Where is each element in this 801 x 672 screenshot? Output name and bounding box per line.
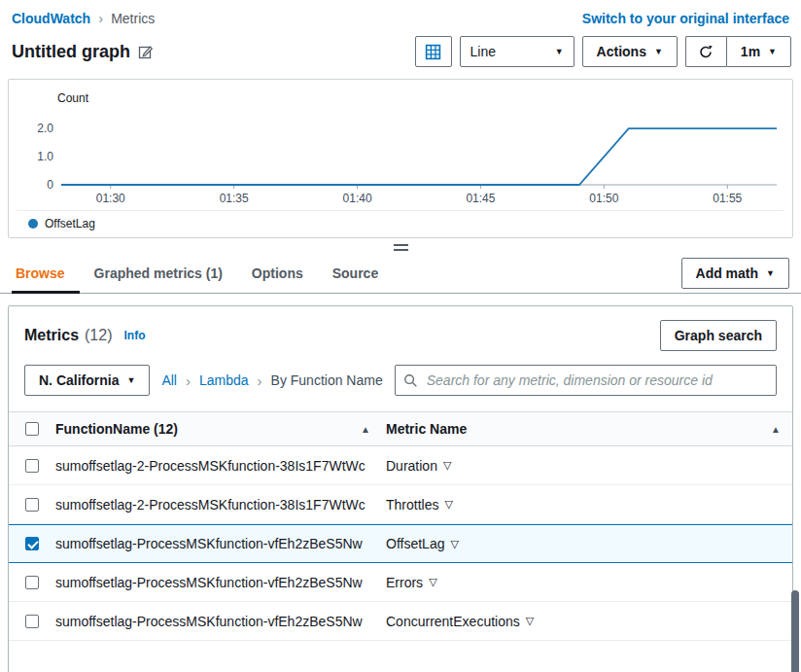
edit-title-icon[interactable]: [138, 44, 154, 59]
tabs-bar: Browse Graphed metrics (1) Options Sourc…: [0, 253, 801, 294]
actions-button[interactable]: Actions ▼: [582, 36, 678, 67]
refresh-interval-value: 1m: [741, 44, 760, 59]
row-checkbox[interactable]: [25, 615, 39, 628]
add-math-button[interactable]: Add math ▼: [681, 258, 789, 289]
metric-name-cell: Throttles: [386, 497, 438, 513]
column-function-name[interactable]: FunctionName (12): [55, 421, 178, 437]
region-select[interactable]: N. California ▼: [24, 365, 150, 396]
tab-browse[interactable]: Browse: [12, 253, 80, 294]
actions-label: Actions: [597, 44, 646, 59]
metrics-count: (12): [85, 327, 112, 344]
metric-filter-icon[interactable]: ▽: [443, 459, 451, 472]
svg-text:01:55: 01:55: [713, 192, 742, 205]
column-metric-name[interactable]: Metric Name: [386, 421, 467, 437]
sort-ascending-icon[interactable]: ▲: [771, 424, 781, 435]
graph-toolbar: Line ▼ Actions ▼ 1m ▼: [415, 36, 791, 67]
tab-source[interactable]: Source: [318, 253, 393, 294]
function-name-cell: sumoffsetlag-2-ProcessMSKfunction-38Is1F…: [55, 497, 366, 513]
row-checkbox[interactable]: [25, 576, 39, 589]
svg-text:01:45: 01:45: [466, 192, 495, 205]
legend-item-offsetlag[interactable]: OffsetLag: [17, 210, 784, 235]
breadcrumb-current-page: Metrics: [111, 11, 155, 26]
metric-filter-icon[interactable]: ▽: [450, 538, 458, 550]
svg-text:01:35: 01:35: [220, 192, 249, 205]
table-row[interactable]: sumoffsetlag-ProcessMSKfunction-vfEh2zBe…: [9, 563, 792, 602]
refresh-control: 1m ▼: [685, 36, 791, 67]
chevron-down-icon: ▼: [654, 47, 663, 56]
function-name-cell: sumoffsetlag-2-ProcessMSKfunction-38Is1F…: [55, 458, 366, 474]
refresh-button[interactable]: [685, 36, 726, 67]
table-row[interactable]: sumoffsetlag-2-ProcessMSKfunction-38Is1F…: [9, 446, 792, 485]
svg-text:2.0: 2.0: [37, 122, 53, 135]
search-input[interactable]: [425, 371, 768, 389]
metric-name-cell: Duration: [386, 458, 437, 474]
breadcrumb-separator: ›: [98, 10, 103, 26]
breadcrumb-cloudwatch-link[interactable]: CloudWatch: [12, 11, 90, 26]
metric-name-cell: Errors: [386, 575, 423, 590]
svg-text:01:50: 01:50: [589, 192, 618, 205]
refresh-icon: [698, 44, 714, 59]
metrics-filter-row: N. California ▼ All › Lambda › By Functi…: [24, 365, 777, 396]
breadcrumb-by-function-name: By Function Name: [271, 372, 383, 388]
search-icon: [403, 373, 418, 388]
metrics-header: Metrics (12) Info Graph search: [24, 320, 777, 351]
top-bar: CloudWatch › Metrics Switch to your orig…: [0, 0, 801, 26]
panel-divider: [0, 238, 801, 253]
function-name-cell: sumoffsetlag-ProcessMSKfunction-vfEh2zBe…: [55, 536, 363, 551]
svg-text:1.0: 1.0: [37, 150, 53, 163]
tab-graphed-metrics[interactable]: Graphed metrics (1): [80, 253, 237, 294]
function-name-cell: sumoffsetlag-ProcessMSKfunction-vfEh2zBe…: [55, 575, 363, 590]
function-name-cell: sumoffsetlag-ProcessMSKfunction-vfEh2zBe…: [55, 614, 363, 629]
breadcrumb-lambda-link[interactable]: Lambda: [199, 372, 249, 388]
chevron-down-icon: ▼: [768, 47, 777, 56]
legend-swatch: [28, 219, 38, 229]
chevron-down-icon: ▼: [766, 268, 775, 278]
table-row[interactable]: sumoffsetlag-ProcessMSKfunction-vfEh2zBe…: [9, 602, 792, 641]
info-link[interactable]: Info: [123, 329, 145, 342]
graph-header-row: Untitled graph Line ▼ Actions ▼: [0, 26, 801, 67]
chart-y-axis-label: Count: [57, 91, 784, 105]
metric-filter-icon[interactable]: ▽: [526, 615, 534, 627]
chevron-down-icon: ▼: [126, 375, 135, 385]
metric-filter-icon[interactable]: ▽: [444, 498, 452, 511]
legend-label: OffsetLag: [45, 217, 95, 230]
metrics-title: Metrics: [24, 327, 79, 344]
svg-text:01:30: 01:30: [96, 192, 125, 205]
table-row[interactable]: sumoffsetlag-2-ProcessMSKfunction-38Is1F…: [9, 485, 792, 524]
refresh-interval-select[interactable]: 1m ▼: [726, 36, 791, 67]
breadcrumb-all-link[interactable]: All: [161, 372, 177, 388]
metrics-breadcrumb: All › Lambda › By Function Name: [161, 372, 382, 389]
number-widget-button[interactable]: [415, 36, 452, 67]
chart-type-select[interactable]: Line ▼: [460, 36, 575, 67]
row-checkbox[interactable]: [25, 537, 39, 550]
graph-search-button[interactable]: Graph search: [660, 320, 777, 351]
metric-filter-icon[interactable]: ▽: [429, 576, 436, 588]
add-math-label: Add math: [696, 265, 759, 281]
grid-icon: [425, 44, 441, 60]
row-checkbox[interactable]: [25, 498, 39, 512]
select-all-checkbox[interactable]: [25, 422, 39, 436]
breadcrumb-separator: ›: [186, 372, 191, 389]
resize-handle[interactable]: [394, 244, 408, 251]
table-row[interactable]: sumoffsetlag-ProcessMSKfunction-vfEh2zBe…: [9, 524, 792, 563]
sort-ascending-icon[interactable]: ▲: [361, 424, 370, 435]
breadcrumb: CloudWatch › Metrics: [12, 10, 155, 26]
svg-text:0: 0: [47, 178, 53, 192]
graph-title: Untitled graph: [12, 42, 130, 62]
vertical-scrollbar-thumb[interactable]: [791, 590, 799, 672]
region-value: N. California: [39, 372, 119, 388]
metric-search-box[interactable]: [395, 365, 777, 396]
metrics-table: FunctionName (12) ▲ Metric Name ▲ sumoff…: [9, 411, 792, 641]
line-chart: 01.02.001:3001:3501:4001:4501:5001:55: [17, 111, 784, 208]
svg-text:01:40: 01:40: [343, 192, 372, 205]
chart-panel: Count 01.02.001:3001:3501:4001:4501:5001…: [8, 79, 793, 238]
table-header-row: FunctionName (12) ▲ Metric Name ▲: [9, 411, 792, 446]
row-checkbox[interactable]: [25, 459, 39, 473]
chart-type-value: Line: [470, 44, 496, 59]
metric-name-cell: ConcurrentExecutions: [386, 614, 520, 629]
chevron-down-icon: ▼: [555, 47, 564, 56]
metric-name-cell: OffsetLag: [386, 536, 444, 551]
breadcrumb-separator: ›: [258, 372, 262, 389]
switch-interface-link[interactable]: Switch to your original interface: [582, 11, 789, 26]
tab-options[interactable]: Options: [237, 253, 318, 294]
